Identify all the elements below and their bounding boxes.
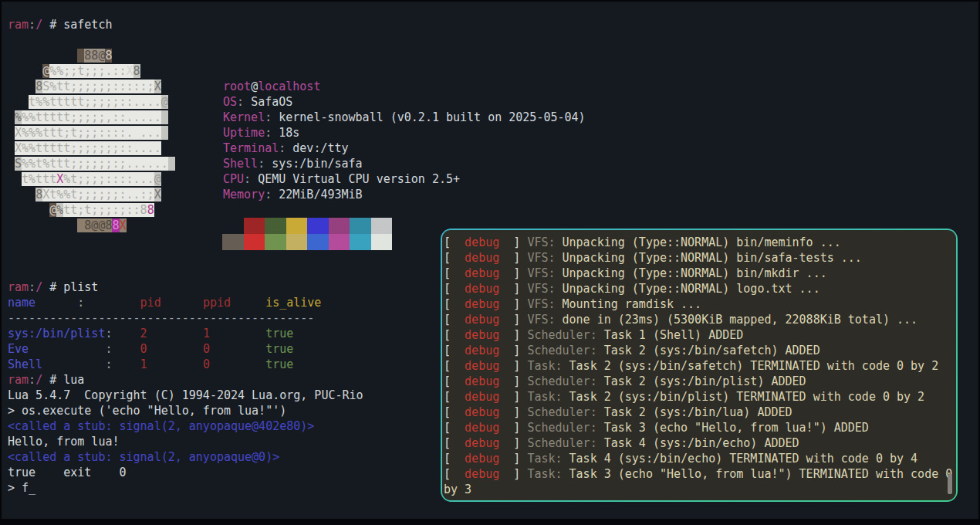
terminal-text-segment: 8@@8 bbox=[84, 218, 112, 232]
terminal-text-segment: [ bbox=[444, 359, 451, 373]
terminal-text-segment: : bbox=[279, 141, 292, 155]
terminal-text-segment: debug bbox=[465, 266, 499, 280]
terminal-text-segment: @ bbox=[161, 95, 168, 109]
terminal-text-segment: Scheduler: bbox=[527, 344, 596, 357]
terminal-text-segment: 0 bbox=[203, 342, 210, 356]
terminal-text-segment: [ bbox=[444, 405, 451, 419]
terminal-text-segment: Scheduler: bbox=[527, 328, 596, 342]
terminal-text-segment: ] bbox=[513, 235, 520, 249]
terminal-text-segment: [ bbox=[444, 266, 451, 280]
terminal-line: [ debug ] VFS: Unpacking (Type::NORMAL) … bbox=[444, 266, 955, 281]
terminal-text-segment: / bbox=[35, 18, 42, 32]
terminal-text-segment: VFS: bbox=[527, 297, 555, 311]
terminal-text-segment: [ bbox=[444, 313, 451, 327]
terminal-text-segment: sys:/bin/plist bbox=[8, 327, 105, 340]
terminal-text-segment: debug bbox=[465, 374, 499, 388]
palette-swatch bbox=[350, 234, 371, 250]
terminal-text-segment: 88@ bbox=[84, 49, 105, 63]
terminal-text-segment: Task 4 (sys:/bin/echo) TERMINATED with c… bbox=[563, 452, 918, 466]
terminal-text-segment: t%%ttttt;;;;;::.... bbox=[29, 95, 161, 109]
terminal-text-segment: : bbox=[258, 157, 272, 171]
terminal-text-segment bbox=[8, 172, 22, 186]
terminal-text-segment bbox=[499, 390, 513, 404]
terminal-text-segment: ] bbox=[513, 452, 520, 466]
palette-swatch bbox=[244, 234, 265, 250]
palette-swatch bbox=[265, 234, 286, 250]
terminal-text-segment: %%ttttt;;;;;,::..... bbox=[22, 110, 161, 124]
terminal-text-segment: true bbox=[265, 342, 293, 356]
palette-swatch bbox=[286, 234, 308, 250]
terminal-line: ram:/ # lua bbox=[8, 372, 363, 388]
terminal-text-segment: S bbox=[15, 157, 22, 171]
terminal-line: Lua 5.4.7 Copyright (C) 1994-2024 Lua.or… bbox=[8, 388, 363, 403]
terminal-text-segment: > os.execute ('echo "Hello, from lua!"') bbox=[8, 404, 286, 418]
terminal-line: @%%;;t;;;.::X8 bbox=[8, 63, 175, 79]
palette-swatch bbox=[307, 234, 329, 250]
terminal-text-segment: # safetch bbox=[42, 18, 112, 32]
terminal-text-segment: debug bbox=[465, 421, 499, 435]
terminal-line: [ debug ] VFS: Unpacking (Type::NORMAL) … bbox=[444, 281, 955, 296]
terminal-line: S%%t%ttt;;;;;;:;...... bbox=[8, 156, 175, 171]
terminal-line: [ debug ] Scheduler: Task 3 (echo "Hello… bbox=[444, 420, 955, 435]
terminal-text-segment: ] bbox=[513, 405, 520, 419]
terminal-line: ram:/ # safetch bbox=[8, 17, 112, 32]
palette-swatch bbox=[265, 218, 286, 234]
terminal-text-segment: Task 3 (echo "Hello, from lua!") ADDED bbox=[597, 421, 869, 435]
terminal-text-segment: ] bbox=[513, 390, 520, 404]
terminal-text-segment: %%;;t;;;.:: bbox=[49, 64, 126, 78]
terminal-text-segment: Scheduler: bbox=[527, 436, 596, 450]
terminal-line: CPU: QEMU Virtual CPU version 2.5+ bbox=[223, 171, 586, 187]
terminal-line: @%tt;t;;;:;::88 bbox=[8, 202, 175, 218]
terminal-text-segment: [ bbox=[444, 328, 451, 342]
terminal-text-segment bbox=[499, 436, 513, 450]
terminal-text-segment: / bbox=[35, 373, 42, 387]
terminal-text-segment: ] bbox=[513, 467, 520, 481]
terminal-text-segment bbox=[451, 452, 465, 466]
terminal-text-segment bbox=[499, 421, 513, 435]
terminal-text-segment: [ bbox=[444, 235, 451, 249]
terminal-text-segment: Shell bbox=[223, 157, 258, 171]
terminal-text-segment bbox=[8, 80, 35, 93]
terminal-text-segment bbox=[499, 405, 513, 419]
terminal-line: [ debug ] Scheduler: Task 1 (Shell) ADDE… bbox=[444, 327, 955, 343]
terminal-text-segment: is_alive bbox=[265, 296, 321, 310]
terminal-line: t%%ttttt;;;;;::....@ bbox=[8, 94, 175, 110]
terminal-text-segment bbox=[77, 49, 84, 63]
terminal-text-segment: X%%%ttt;t;;;::::. ... bbox=[15, 126, 161, 140]
shell-output-plist-lua: ram:/ # plistname : pid ppid is_alive---… bbox=[8, 279, 363, 496]
terminal-text-segment bbox=[451, 421, 465, 435]
terminal-text-segment bbox=[499, 328, 513, 342]
terminal-text-segment bbox=[112, 342, 140, 356]
terminal-text-segment: S%tt;;;;;;:::::; bbox=[42, 80, 154, 93]
scrollbar-thumb[interactable] bbox=[948, 474, 952, 494]
terminal-text-segment bbox=[451, 266, 465, 280]
terminal-screen[interactable]: ram:/ # safetch 88@8 @%%;;t;;;.::X8 8S%t… bbox=[2, 2, 978, 519]
palette-swatch bbox=[286, 218, 308, 234]
terminal-text-segment: 1 bbox=[203, 327, 210, 340]
terminal-line: [ debug ] Scheduler: Task 2 (sys:/bin/sa… bbox=[444, 343, 955, 358]
terminal-text-segment: debug bbox=[465, 452, 499, 466]
terminal-text-segment bbox=[499, 235, 513, 249]
terminal-text-segment bbox=[112, 357, 140, 371]
terminal-text-segment: Task 4 (sys:/bin/echo) ADDED bbox=[597, 436, 799, 450]
terminal-text-segment bbox=[499, 359, 513, 373]
terminal-text-segment bbox=[29, 342, 105, 356]
terminal-text-segment: true exit 0 bbox=[8, 466, 127, 479]
terminal-text-segment: VFS: bbox=[527, 313, 555, 327]
terminal-line: X%%%ttt;t;;;::::. ... bbox=[8, 125, 175, 141]
terminal-text-segment bbox=[8, 157, 15, 171]
terminal-text-segment bbox=[451, 359, 465, 373]
terminal-text-segment: Unpacking (Type::NORMAL) bin/safa-tests … bbox=[556, 251, 862, 265]
terminal-text-segment: Task: bbox=[527, 390, 562, 404]
terminal-text-segment: Lua 5.4.7 Copyright (C) 1994-2024 Lua.or… bbox=[8, 388, 363, 402]
terminal-text-segment: VFS: bbox=[527, 251, 555, 265]
terminal-line: 88@8 bbox=[8, 48, 175, 63]
terminal-text-segment: SafaOS bbox=[251, 95, 292, 109]
terminal-text-segment: sys:/bin/safa bbox=[272, 157, 362, 171]
terminal-text-segment: QEMU Virtual CPU version 2.5+ bbox=[258, 172, 460, 186]
terminal-text-segment: 8 bbox=[105, 49, 112, 63]
terminal-text-segment: VFS: bbox=[527, 235, 555, 249]
terminal-text-segment: Scheduler: bbox=[527, 421, 596, 435]
terminal-text-segment: 8 bbox=[112, 218, 119, 232]
terminal-text-segment: X bbox=[120, 218, 127, 232]
